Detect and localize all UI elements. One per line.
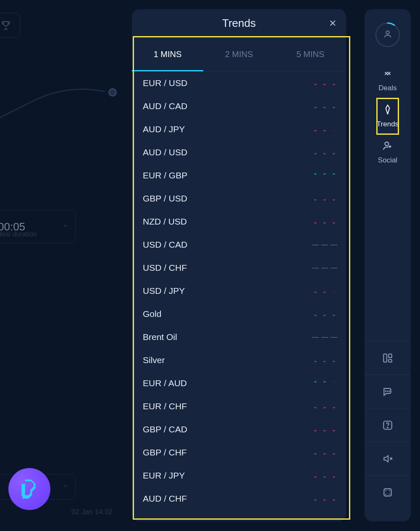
trends-list[interactable]: EUR / USD⌄⌄⌄AUD / CAD⌄⌄⌄AUD / JPY⌄⌄⌄AUD … — [132, 71, 346, 521]
trends-icon — [382, 104, 393, 117]
pair-label: EUR / JPY — [143, 471, 312, 481]
trend-down-faded-icon: ⌄ — [331, 126, 337, 132]
trend-flat-icon: — — [322, 241, 328, 248]
speaker-mute-icon — [382, 453, 393, 464]
social-icon — [382, 140, 393, 153]
deal-duration-label: deal duration — [0, 230, 37, 238]
trend-flat-icon: — — [331, 264, 337, 271]
deal-duration-selector[interactable]: 00:05 deal duration — [0, 210, 76, 243]
trend-indicators: ⌄⌄⌄ — [312, 196, 337, 201]
profile-button[interactable] — [375, 22, 401, 48]
trend-indicators: ⌄⌄⌄ — [312, 311, 337, 317]
brand-logo[interactable] — [8, 468, 50, 510]
sidebar-item-trends[interactable]: Trends — [377, 98, 399, 134]
svg-point-0 — [376, 23, 399, 47]
trend-indicators: ⌄⌄⌄ — [312, 357, 337, 363]
trend-down-icon: ⌄ — [312, 80, 318, 86]
trend-up-icon: ⌃ — [312, 173, 318, 178]
trend-row[interactable]: GBP / USD⌄⌄⌄ — [132, 187, 346, 210]
trend-row[interactable]: GBP / CAD⌄⌄⌄ — [132, 418, 346, 441]
trend-indicators: ⌄⌄⌄ — [312, 219, 337, 225]
trend-down-faded-icon: ⌄ — [331, 288, 337, 294]
trend-flat-icon: — — [312, 241, 318, 248]
close-button[interactable]: ✕ — [326, 17, 339, 30]
trophy-button[interactable] — [0, 13, 20, 38]
layout-icon — [382, 353, 393, 364]
trend-down-icon: ⌄ — [322, 103, 328, 109]
pair-label: EUR / AUD — [143, 378, 312, 388]
trend-row[interactable]: AUD / JPY⌄⌄⌄ — [132, 118, 346, 141]
trend-indicators: ⌄⌄⌄ — [312, 450, 337, 455]
trend-row[interactable]: GBP / CHF⌄⌄⌄ — [132, 441, 346, 464]
chat-icon — [382, 386, 393, 397]
trend-row[interactable]: EUR / JPY⌄⌄⌄ — [132, 464, 346, 487]
trend-indicators: ⌃⌃⌃ — [312, 173, 337, 178]
trend-indicators: ——— — [312, 264, 337, 271]
trend-up-icon: ⌃ — [322, 380, 328, 386]
tab-5mins[interactable]: 5 MINS — [275, 38, 346, 71]
trend-row[interactable]: USD / CAD——— — [132, 233, 346, 256]
chat-button[interactable] — [365, 374, 411, 408]
trend-row[interactable]: AUD / CAD⌄⌄⌄ — [132, 94, 346, 118]
tab-2mins[interactable]: 2 MINS — [203, 38, 275, 71]
trend-down-icon: ⌄ — [322, 196, 328, 201]
trend-down-icon: ⌄ — [322, 80, 328, 86]
trend-row[interactable]: Gold⌄⌄⌄ — [132, 302, 346, 325]
fullscreen-button[interactable] — [365, 475, 411, 509]
chevron-up-icon — [62, 482, 69, 492]
logo-icon — [16, 476, 42, 502]
trend-row[interactable]: USD / CHF——— — [132, 256, 346, 279]
trend-indicators: ⌃⌃⌃ — [312, 380, 337, 386]
trend-row[interactable]: NZD / USD⌄⌄⌄ — [132, 210, 346, 233]
pair-label: USD / CAD — [143, 240, 312, 250]
sidebar-item-social[interactable]: Social — [377, 134, 399, 170]
mute-button[interactable] — [365, 442, 411, 475]
trend-flat-icon: — — [312, 264, 318, 271]
trend-up-icon: ⌃ — [331, 173, 337, 178]
trend-row[interactable]: EUR / AUD⌃⌃⌃ — [132, 371, 346, 395]
trend-row[interactable]: Silver⌄⌄⌄ — [132, 348, 346, 371]
pair-label: USD / CHF — [143, 263, 312, 273]
svg-rect-11 — [384, 489, 391, 496]
trend-down-icon: ⌄ — [322, 126, 328, 132]
trend-flat-icon: — — [322, 334, 328, 340]
pair-label: GBP / CAD — [143, 424, 312, 434]
trend-down-icon: ⌄ — [322, 219, 328, 225]
trend-row[interactable]: EUR / GBP⌃⌃⌃ — [132, 164, 346, 187]
trend-row[interactable]: Brent Oil——— — [132, 325, 346, 348]
pair-label: AUD / CHF — [143, 494, 312, 504]
trend-row[interactable]: AUD / USD⌄⌄⌄ — [132, 141, 346, 164]
pair-label: Brent Oil — [143, 332, 312, 342]
fullscreen-icon — [382, 487, 393, 498]
svg-rect-4 — [388, 354, 392, 358]
chart-marker-dot — [108, 88, 117, 97]
pair-label: USD / JPY — [143, 286, 312, 296]
trend-down-icon: ⌄ — [322, 426, 328, 432]
trend-row[interactable]: EUR / USD⌄⌄⌄ — [132, 71, 346, 94]
trend-down-icon: ⌄ — [312, 149, 318, 155]
trend-down-icon: ⌄ — [331, 149, 337, 155]
trend-down-icon: ⌄ — [331, 219, 337, 225]
trend-indicators: ⌄⌄⌄ — [312, 80, 337, 86]
help-button[interactable] — [365, 408, 411, 442]
trend-row[interactable]: EUR / CHF⌄⌄⌄ — [132, 395, 346, 418]
trend-down-icon: ⌄ — [331, 496, 337, 502]
trend-row[interactable]: USD / JPY⌄⌄⌄ — [132, 279, 346, 302]
sidebar-item-deals[interactable]: Deals — [377, 62, 399, 98]
right-sidebar: DealsTrendsSocial — [365, 9, 411, 521]
trend-up-faded-icon: ⌃ — [331, 380, 337, 386]
close-icon: ✕ — [329, 18, 336, 29]
trend-indicators: ——— — [312, 241, 337, 248]
trend-flat-icon: — — [331, 241, 337, 248]
layout-button[interactable] — [365, 341, 411, 374]
trend-down-icon: ⌄ — [331, 357, 337, 363]
help-icon — [382, 420, 393, 431]
chevron-up-icon — [62, 222, 69, 231]
svg-rect-5 — [388, 359, 392, 362]
panel-title: Trends — [222, 17, 256, 30]
background-chart — [0, 50, 134, 143]
trend-row[interactable]: AUD / CHF⌄⌄⌄ — [132, 487, 346, 510]
tab-1mins[interactable]: 1 MINS — [132, 38, 203, 71]
svg-rect-3 — [383, 354, 387, 362]
trend-down-icon: ⌄ — [322, 357, 328, 363]
